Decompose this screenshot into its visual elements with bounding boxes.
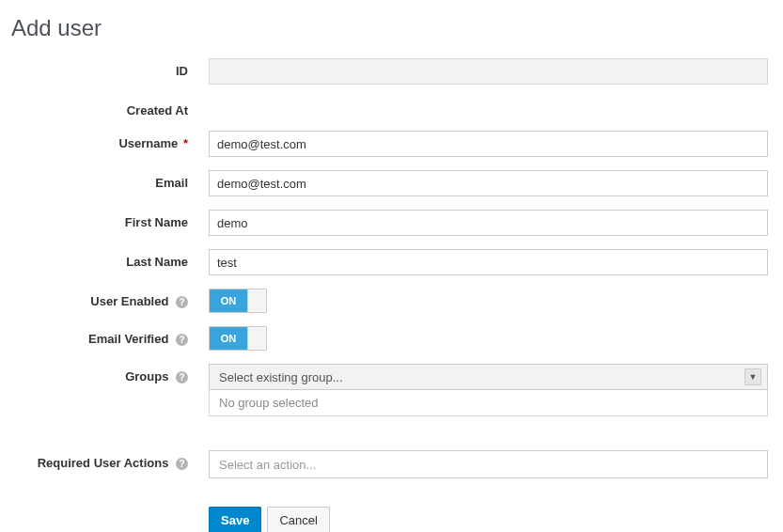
chevron-down-icon: ▼	[744, 368, 761, 385]
row-email: Email	[11, 170, 768, 196]
row-user-enabled: User Enabled ? ON	[11, 289, 768, 313]
label-required-actions-text: Required User Actions	[38, 456, 169, 470]
label-required-actions: Required User Actions ?	[11, 450, 209, 470]
label-email-verified-text: Email Verified	[88, 332, 168, 346]
username-field[interactable]	[209, 131, 768, 157]
label-first-name: First Name	[11, 210, 209, 229]
label-id: ID	[11, 58, 209, 78]
toggle-knob	[247, 327, 266, 350]
help-icon[interactable]: ?	[176, 296, 188, 308]
label-username: Username *	[11, 131, 209, 150]
email-field[interactable]	[209, 170, 768, 196]
row-username: Username *	[11, 131, 768, 157]
label-groups: Groups ?	[11, 364, 209, 383]
groups-select[interactable]: Select existing group... ▼	[209, 364, 768, 390]
row-id: ID	[11, 58, 768, 85]
required-actions-placeholder: Select an action...	[219, 458, 316, 472]
last-name-field[interactable]	[209, 249, 768, 275]
label-user-enabled: User Enabled ?	[11, 289, 209, 308]
row-groups: Groups ? Select existing group... ▼ No g…	[11, 364, 768, 416]
label-user-enabled-text: User Enabled	[90, 294, 168, 308]
label-username-text: Username	[118, 136, 178, 150]
email-verified-toggle[interactable]: ON	[209, 326, 267, 351]
toggle-on-label: ON	[210, 327, 247, 350]
row-required-actions: Required User Actions ? Select an action…	[11, 450, 768, 478]
label-groups-text: Groups	[125, 369, 168, 383]
help-icon[interactable]: ?	[176, 371, 188, 383]
groups-select-placeholder: Select existing group...	[219, 370, 343, 384]
label-email-verified: Email Verified ?	[11, 326, 209, 346]
row-first-name: First Name	[11, 210, 768, 236]
help-icon[interactable]: ?	[176, 334, 188, 346]
row-created-at: Created At	[11, 98, 768, 117]
toggle-knob	[247, 289, 266, 312]
add-user-form: Add user ID Created At Username * Email …	[0, 0, 783, 532]
help-icon[interactable]: ?	[176, 458, 188, 470]
id-field	[209, 58, 768, 85]
label-email: Email	[11, 170, 209, 190]
row-buttons: Save Cancel	[11, 492, 768, 532]
required-asterisk-icon: *	[183, 136, 188, 150]
user-enabled-toggle[interactable]: ON	[209, 289, 267, 313]
first-name-field[interactable]	[209, 210, 768, 236]
save-button[interactable]: Save	[209, 507, 261, 532]
cancel-button[interactable]: Cancel	[267, 507, 329, 532]
row-email-verified: Email Verified ? ON	[11, 326, 768, 351]
row-last-name: Last Name	[11, 249, 768, 275]
page-title: Add user	[11, 15, 768, 41]
label-last-name: Last Name	[11, 249, 209, 269]
toggle-on-label: ON	[210, 289, 247, 312]
groups-empty-text: No group selected	[209, 390, 768, 416]
required-actions-select[interactable]: Select an action...	[209, 450, 768, 478]
label-created-at: Created At	[11, 98, 209, 117]
